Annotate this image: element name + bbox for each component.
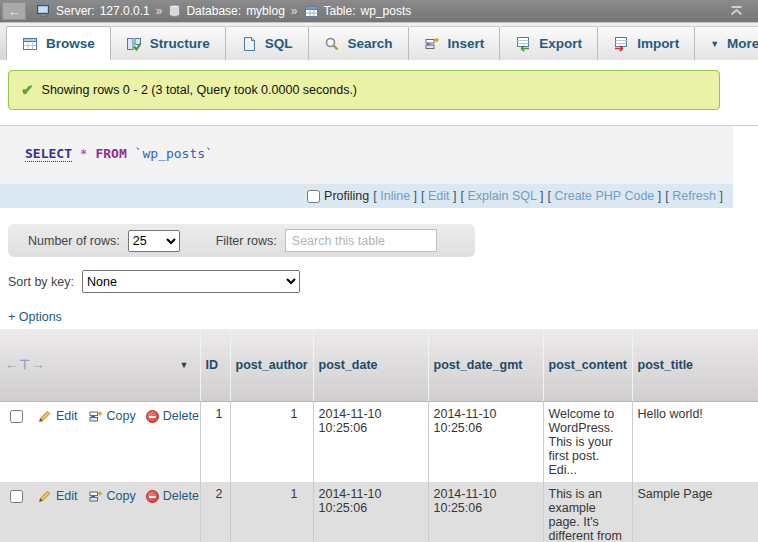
- cell-post-date: 2014-11-10 10:25:06: [313, 401, 428, 482]
- move-column-right-icon[interactable]: →: [31, 357, 45, 372]
- tab-export[interactable]: Export: [500, 26, 598, 60]
- cell-post-title: Sample Page: [632, 482, 758, 542]
- options-dropdown-icon[interactable]: ▼: [180, 360, 189, 370]
- sort-by-key-row: Sort by key: None: [8, 270, 758, 293]
- number-of-rows-label: Number of rows:: [28, 234, 120, 248]
- database-icon: [168, 4, 181, 18]
- sql-table-ref: `wp_posts`: [135, 146, 213, 161]
- sql-keyword-select[interactable]: SELECT: [25, 146, 72, 162]
- delete-row-button[interactable]: Delete: [146, 489, 199, 503]
- breadcrumb-database-link[interactable]: myblog: [246, 4, 285, 18]
- chevron-down-icon: ▼: [710, 39, 719, 49]
- refresh-link-group: [ Refresh ]: [665, 189, 723, 203]
- export-icon: [515, 36, 531, 52]
- sql-icon: [241, 36, 257, 52]
- breadcrumb-table-label: Table:: [324, 4, 356, 18]
- tab-browse[interactable]: Browse: [6, 26, 111, 60]
- column-header-id[interactable]: ID: [200, 329, 230, 401]
- table-row: Edit Copy Delete 1 1 2014-11-10 1: [0, 401, 758, 482]
- tab-more[interactable]: ▼ More: [695, 26, 758, 60]
- import-icon: [613, 36, 629, 52]
- profiling-checkbox[interactable]: [307, 190, 320, 203]
- tab-search[interactable]: Search: [309, 26, 409, 60]
- row-controls-bar: Number of rows: 25 Filter rows:: [8, 224, 475, 257]
- create-php-code-link[interactable]: Create PHP Code: [554, 189, 654, 203]
- tab-import[interactable]: Import: [598, 26, 695, 60]
- cell-post-date: 2014-11-10 10:25:06: [313, 482, 428, 542]
- sort-by-key-label: Sort by key:: [8, 275, 74, 289]
- tab-browse-label: Browse: [46, 36, 95, 51]
- copy-row-button[interactable]: Copy: [88, 489, 136, 504]
- column-header-post-title[interactable]: post_title: [632, 329, 758, 401]
- cell-post-author: 1: [230, 482, 313, 542]
- tab-structure[interactable]: Structure: [111, 26, 226, 60]
- explain-sql-link[interactable]: Explain SQL: [468, 189, 537, 203]
- tab-sql-label: SQL: [265, 36, 293, 51]
- edit-row-button[interactable]: Edit: [37, 489, 78, 504]
- cell-post-author: 1: [230, 401, 313, 482]
- status-message: ✔ Showing rows 0 - 2 (3 total, Query too…: [8, 70, 720, 110]
- results-table: ←⊤→ ▼ ID post_author post_date post_date…: [0, 329, 758, 542]
- cell-id: 1: [200, 401, 230, 482]
- column-header-post-author[interactable]: post_author: [230, 329, 313, 401]
- move-column-left-icon[interactable]: ←: [5, 357, 19, 372]
- column-toggle-icon[interactable]: ⊤: [19, 357, 31, 372]
- tab-more-label: More: [727, 36, 758, 51]
- results-header-row: ←⊤→ ▼ ID post_author post_date post_date…: [0, 329, 758, 401]
- server-icon: [36, 4, 51, 18]
- filter-rows-label: Filter rows:: [216, 234, 277, 248]
- tab-structure-label: Structure: [150, 36, 210, 51]
- row-select-checkbox[interactable]: [10, 410, 23, 423]
- sql-query-text: SELECT * FROM `wp_posts`: [0, 126, 733, 184]
- edit-pencil-icon: [37, 489, 52, 504]
- filter-rows-input[interactable]: [285, 229, 437, 252]
- breadcrumb-table-link[interactable]: wp_posts: [361, 4, 412, 18]
- sql-query-box: SELECT * FROM `wp_posts` Profiling [ Inl…: [0, 126, 733, 208]
- tab-search-label: Search: [348, 36, 393, 51]
- tab-import-label: Import: [637, 36, 679, 51]
- sql-star: *: [80, 146, 88, 161]
- column-header-post-date[interactable]: post_date: [313, 329, 428, 401]
- tab-export-label: Export: [539, 36, 582, 51]
- edit-query-link[interactable]: Edit: [428, 189, 450, 203]
- refresh-link[interactable]: Refresh: [672, 189, 716, 203]
- tab-sql[interactable]: SQL: [226, 26, 309, 60]
- sql-keyword-from: FROM: [95, 146, 126, 161]
- copy-row-button[interactable]: Copy: [88, 409, 136, 424]
- inline-link-group: [ Inline ]: [373, 189, 417, 203]
- column-header-post-content[interactable]: post_content: [543, 329, 632, 401]
- edit-row-button[interactable]: Edit: [37, 409, 78, 424]
- delete-row-button[interactable]: Delete: [146, 409, 199, 423]
- edit-query-link-group: [ Edit ]: [421, 189, 456, 203]
- cell-post-date-gmt: 2014-11-10 10:25:06: [428, 482, 543, 542]
- query-actions-bar: Profiling [ Inline ] [ Edit ] [ Explain …: [0, 184, 733, 208]
- column-header-post-date-gmt[interactable]: post_date_gmt: [428, 329, 543, 401]
- back-arrow-icon: ←: [8, 4, 21, 19]
- cell-post-title: Hello world!: [632, 401, 758, 482]
- breadcrumb-server-label: Server:: [56, 4, 95, 18]
- sort-by-key-select[interactable]: None: [82, 270, 300, 293]
- table-icon: [304, 5, 319, 18]
- column-controls-header[interactable]: ←⊤→ ▼: [0, 329, 200, 401]
- browse-icon: [22, 36, 38, 52]
- profiling-label-text: Profiling: [324, 189, 369, 203]
- collapse-icon[interactable]: [729, 5, 744, 17]
- cell-post-content: This is an example page. It's different …: [543, 482, 632, 542]
- delete-icon: [146, 410, 159, 423]
- cell-post-date-gmt: 2014-11-10 10:25:06: [428, 401, 543, 482]
- tab-insert-label: Insert: [448, 36, 485, 51]
- copy-icon: [88, 409, 103, 424]
- back-button[interactable]: ←: [2, 2, 26, 20]
- table-row: Edit Copy Delete 2 1 2014-11-10 1: [0, 482, 758, 542]
- create-php-code-link-group: [ Create PHP Code ]: [548, 189, 662, 203]
- tab-bar: Browse Structure SQL Search Insert Expor…: [0, 22, 758, 60]
- row-select-checkbox[interactable]: [10, 490, 23, 503]
- options-toggle-link[interactable]: + Options: [8, 310, 62, 324]
- tab-insert[interactable]: Insert: [409, 26, 501, 60]
- number-of-rows-select[interactable]: 25: [128, 230, 180, 252]
- breadcrumb-server-link[interactable]: 127.0.0.1: [100, 4, 150, 18]
- profiling-checkbox-label: Profiling: [307, 189, 369, 203]
- breadcrumb-separator-icon: »: [290, 4, 299, 18]
- breadcrumb-database-label: Database:: [186, 4, 241, 18]
- inline-link[interactable]: Inline: [380, 189, 410, 203]
